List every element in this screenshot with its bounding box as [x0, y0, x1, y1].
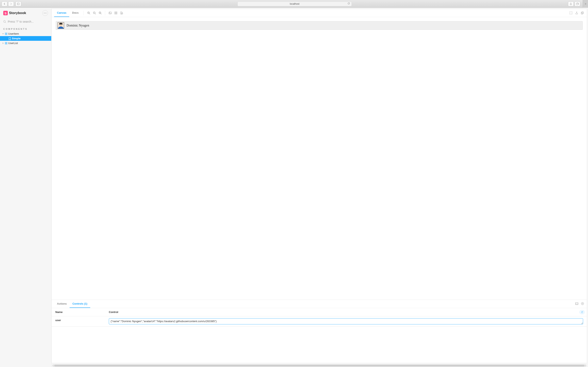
preview-toolbar: Canvas Docs	[52, 9, 587, 17]
photo-icon	[109, 11, 112, 15]
reload-icon[interactable]	[347, 2, 350, 5]
tree-item-useritem[interactable]: UserItem	[0, 31, 51, 36]
svg-rect-10	[6, 33, 7, 34]
svg-rect-36	[576, 303, 578, 305]
url-bar[interactable]: localhost	[237, 1, 352, 6]
control-user-input[interactable]	[109, 318, 583, 324]
sidebar-menu-button[interactable]	[42, 10, 48, 16]
grid-icon	[114, 11, 117, 15]
component-tree: UserItem Simple UserList	[0, 31, 51, 45]
useritem-preview: Dominic Nyugen	[56, 21, 583, 30]
svg-rect-30	[114, 13, 115, 14]
svg-rect-14	[6, 42, 7, 43]
zoom-in-button[interactable]	[86, 9, 91, 17]
ellipsis-icon	[44, 13, 47, 13]
open-tab-button[interactable]	[574, 9, 579, 17]
control-row-user: user	[52, 316, 587, 326]
svg-rect-35	[581, 12, 583, 14]
viewport-button[interactable]	[119, 9, 124, 17]
svg-line-8	[5, 22, 6, 23]
search-input[interactable]: Press "/" to search...	[3, 19, 48, 24]
avatar	[58, 22, 64, 29]
svg-rect-11	[5, 34, 6, 35]
component-icon	[5, 33, 7, 35]
svg-point-6	[46, 13, 47, 13]
svg-rect-15	[5, 43, 6, 44]
svg-rect-31	[116, 13, 117, 14]
url-text: localhost	[290, 2, 299, 5]
svg-rect-16	[6, 43, 7, 44]
chevron-right-icon	[10, 3, 12, 5]
new-tab-button[interactable]	[583, 0, 588, 8]
component-icon	[5, 42, 7, 44]
zoom-out-icon	[93, 11, 96, 15]
svg-rect-12	[6, 34, 7, 35]
forward-button[interactable]	[8, 1, 14, 6]
close-panel-button[interactable]	[581, 302, 584, 306]
svg-point-4	[44, 13, 44, 13]
tree-item-simple[interactable]: Simple	[0, 36, 51, 41]
preview-canvas: Dominic Nyugen	[52, 17, 587, 300]
toggle-background-button[interactable]	[107, 9, 113, 17]
refresh-icon	[581, 311, 583, 313]
tabs-icon	[576, 3, 579, 5]
tabs-button[interactable]	[575, 1, 580, 6]
col-name-header: Name	[52, 308, 109, 316]
back-button[interactable]	[2, 1, 7, 6]
svg-rect-29	[116, 12, 117, 13]
toggle-sidebar-button[interactable]	[16, 1, 21, 6]
share-button[interactable]	[568, 1, 574, 6]
svg-line-22	[95, 13, 96, 14]
reset-controls-button[interactable]	[579, 310, 585, 314]
user-name: Dominic Nyugen	[67, 24, 89, 27]
zoom-in-icon	[87, 11, 90, 15]
scrollbar-thumb[interactable]	[54, 365, 584, 367]
main: Canvas Docs	[52, 9, 587, 363]
story-icon	[9, 37, 11, 40]
svg-rect-0	[17, 3, 19, 5]
svg-rect-13	[5, 42, 6, 43]
zoom-reset-button[interactable]	[97, 9, 103, 17]
zoom-reset-icon	[99, 11, 102, 15]
storybook-logo-icon: S	[3, 11, 8, 15]
addons-panel: Actions Controls (1) Name Control	[52, 300, 587, 363]
svg-rect-26	[109, 12, 111, 14]
copy-link-button[interactable]	[579, 9, 585, 17]
share-icon	[570, 3, 572, 5]
tab-docs[interactable]: Docs	[69, 9, 81, 17]
panel-orientation-button[interactable]	[575, 302, 578, 306]
browser-toolbar: localhost	[0, 0, 588, 8]
tree-item-label: UserList	[8, 42, 18, 45]
svg-rect-3	[576, 3, 578, 5]
col-control-header: Control	[109, 308, 587, 316]
brand-name: Storybook	[9, 11, 26, 15]
zoom-out-button[interactable]	[91, 9, 97, 17]
svg-rect-28	[114, 12, 115, 13]
svg-rect-32	[120, 12, 122, 14]
svg-rect-34	[582, 12, 583, 13]
svg-point-27	[109, 12, 110, 13]
open-tab-icon	[575, 11, 578, 15]
svg-line-18	[89, 13, 90, 14]
fullscreen-button[interactable]	[568, 9, 574, 17]
copy-icon	[581, 11, 584, 15]
horizontal-scrollbar[interactable]	[52, 365, 586, 367]
tree-item-userlist[interactable]: UserList	[0, 41, 51, 45]
svg-rect-9	[5, 33, 6, 34]
svg-point-5	[45, 13, 45, 13]
tab-canvas[interactable]: Canvas	[54, 9, 69, 17]
sidebar-icon	[17, 3, 20, 5]
controls-header-row: Name Control	[52, 308, 587, 316]
chevron-right-icon	[2, 42, 4, 44]
svg-point-24	[99, 12, 101, 14]
toggle-grid-button[interactable]	[113, 9, 119, 17]
tab-controls[interactable]: Controls (1)	[70, 300, 90, 308]
viewport-icon	[120, 11, 123, 15]
plus-icon	[584, 3, 587, 5]
chevron-left-icon	[3, 3, 6, 5]
tab-actions[interactable]: Actions	[54, 300, 70, 308]
svg-point-7	[4, 21, 6, 22]
chevron-down-icon	[2, 33, 4, 35]
tree-item-label: Simple	[12, 37, 21, 40]
control-name: user	[52, 316, 109, 326]
